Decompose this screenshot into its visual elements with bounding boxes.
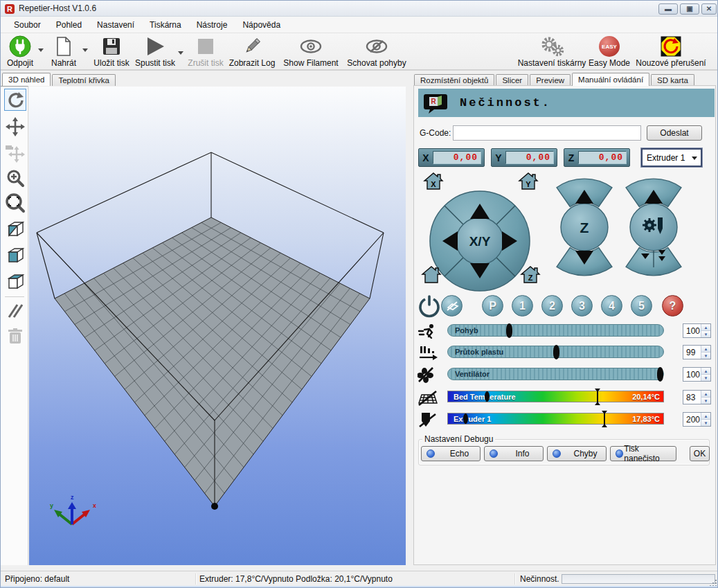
debug-info-button[interactable]: Info	[484, 446, 544, 461]
extruder-temp-spinbox[interactable]: 200 ▲▼	[683, 412, 711, 427]
extruder-select[interactable]: Extruder 1	[641, 148, 702, 167]
home-y-button[interactable]: Y	[519, 173, 537, 189]
zoom-fit-button[interactable]	[4, 192, 26, 214]
bed-current-marker	[485, 391, 490, 402]
preset-4-button[interactable]: 4	[601, 295, 622, 317]
menu-tiskarna[interactable]: Tiskárna	[142, 17, 189, 33]
menu-pohled[interactable]: Pohled	[48, 17, 89, 33]
extruder-temperature-bar[interactable]: Extruder 1 17,83°C	[447, 413, 664, 425]
extruder-target-marker[interactable]	[601, 411, 608, 427]
fan-slider-thumb[interactable]	[657, 367, 663, 382]
minimize-button[interactable]: ▬	[658, 3, 678, 15]
speed-spinbox[interactable]: 100 ▲▼	[683, 323, 711, 338]
front-view-button[interactable]	[4, 244, 26, 267]
bed-temperature-bar[interactable]: Bed Temperature 20,14°C	[447, 391, 664, 402]
preset-5-button[interactable]: 5	[631, 295, 652, 317]
tab-sd-card[interactable]: SD karta	[651, 74, 694, 86]
menu-nastroje[interactable]: Nástroje	[189, 17, 235, 33]
spin-up-icon: ▲	[701, 368, 710, 375]
document-icon	[55, 35, 73, 57]
home-x-button[interactable]: X	[424, 173, 442, 189]
preset-2-button[interactable]: 2	[541, 295, 563, 317]
menu-nastaveni[interactable]: Nastavení	[89, 17, 142, 33]
show-filament-button[interactable]: Show Filament	[279, 35, 343, 69]
speed-slider-thumb[interactable]	[506, 323, 512, 338]
easy-mode-button[interactable]: EASY Easy Mode	[588, 35, 631, 69]
disconnect-button[interactable]: Odpojit	[2, 35, 38, 69]
power-button[interactable]	[418, 294, 441, 318]
home-all-button[interactable]	[422, 267, 440, 283]
tab-preview[interactable]: Preview	[530, 74, 571, 86]
home-z-button[interactable]: Z	[521, 267, 539, 283]
flow-icon	[418, 344, 438, 362]
print-bed	[55, 217, 370, 506]
bed-target-marker[interactable]	[594, 389, 601, 405]
preset-1-button[interactable]: 1	[512, 295, 533, 317]
gcode-input[interactable]	[453, 125, 641, 141]
left-tabstrip: 3D náhled Teplotní křivka	[2, 73, 406, 86]
park-button[interactable]: P	[482, 295, 503, 317]
tab-3d-view[interactable]: 3D náhled	[2, 73, 51, 86]
tab-slicer[interactable]: Slicer	[496, 74, 528, 86]
emergency-stop-button[interactable]: Nouzové přerušení	[634, 35, 708, 69]
eye-slash-icon	[365, 35, 388, 57]
preset-3-button[interactable]: 3	[571, 295, 593, 317]
debug-echo-button[interactable]: Echo	[421, 446, 481, 461]
xy-jog-pad[interactable]: X/Y	[430, 191, 530, 291]
heated-bed-off-button[interactable]	[441, 295, 463, 317]
debug-dry-run-button[interactable]: Tisk nanečisto	[610, 446, 676, 461]
flow-slider[interactable]: Průtok plastu	[447, 346, 664, 358]
start-dropdown-arrow[interactable]	[178, 51, 183, 55]
fan-slider[interactable]: Ventilátor	[447, 368, 664, 380]
menu-soubor[interactable]: Soubor	[6, 17, 48, 33]
menu-napoveda[interactable]: Nápověda	[235, 17, 288, 33]
isometric-view-button[interactable]	[4, 218, 26, 240]
progress-bar	[562, 574, 715, 584]
flow-spinbox[interactable]: 99 ▲▼	[683, 345, 711, 359]
chevron-down-icon	[692, 157, 697, 160]
resize-grip[interactable]	[715, 580, 717, 581]
load-button[interactable]: Nahrát	[46, 35, 81, 69]
help-button[interactable]: ?	[662, 295, 683, 317]
extruder-jog-cluster[interactable]	[626, 179, 681, 276]
extruder-current-temp: 17,83°C	[632, 415, 660, 423]
app-window: R Repetier-Host V1.0.6 ▬ ▣ ✕ Soubor Pohl…	[0, 0, 718, 588]
fan-off-icon	[418, 366, 438, 384]
move-view-button[interactable]	[4, 116, 26, 138]
tab-manual-control[interactable]: Manuální ovládání	[572, 73, 649, 86]
z-position-value: 0,00	[578, 151, 627, 164]
right-tabstrip: Rozmístění objektů Slicer Preview Manuál…	[414, 73, 716, 86]
svg-text:X: X	[431, 180, 436, 188]
tab-object-placement[interactable]: Rozmístění objektů	[414, 74, 494, 86]
maximize-button[interactable]: ▣	[680, 3, 699, 15]
bed-temp-spinbox[interactable]: 83 ▲▼	[683, 390, 711, 404]
3d-viewport[interactable]: y z x	[29, 87, 406, 565]
show-log-button[interactable]: Zobrazit Log	[228, 35, 276, 69]
pane-splitter[interactable]	[406, 73, 413, 565]
tab-temperature-curve[interactable]: Teplotní křivka	[52, 74, 116, 86]
disconnect-dropdown-arrow[interactable]	[38, 48, 44, 52]
z-pad-label: Z	[580, 220, 589, 235]
debug-ok-button[interactable]: OK	[690, 446, 710, 461]
hide-travel-button[interactable]: Schovat pohyby	[345, 35, 408, 69]
speed-slider[interactable]: Pohyb	[447, 324, 664, 337]
start-print-button[interactable]: Spustit tisk	[134, 35, 177, 69]
spin-up-icon: ▲	[701, 391, 710, 398]
spin-down-icon: ▼	[701, 398, 710, 404]
emergency-stop-icon	[661, 35, 681, 57]
fan-spinbox[interactable]: 100 ▲▼	[683, 367, 711, 382]
flow-slider-thumb[interactable]	[553, 345, 559, 359]
top-view-button[interactable]	[4, 271, 26, 293]
printer-settings-button[interactable]: Nastavení tiskárny	[516, 35, 588, 69]
rotate-view-button[interactable]	[4, 89, 26, 111]
svg-text:Z: Z	[528, 274, 533, 282]
main-toolbar: Odpojit Nahrát Uložit tisk Spustit ti	[1, 33, 718, 71]
parallel-projection-button[interactable]	[4, 300, 26, 322]
debug-errors-button[interactable]: Chyby	[547, 446, 607, 461]
zoom-in-button[interactable]	[4, 167, 26, 189]
send-button[interactable]: Odeslat	[647, 125, 702, 141]
z-jog-cluster[interactable]: Z	[557, 179, 612, 276]
close-button[interactable]: ✕	[701, 3, 717, 15]
load-dropdown-arrow[interactable]	[82, 48, 88, 52]
save-print-button[interactable]: Uložit tisk	[89, 35, 134, 69]
